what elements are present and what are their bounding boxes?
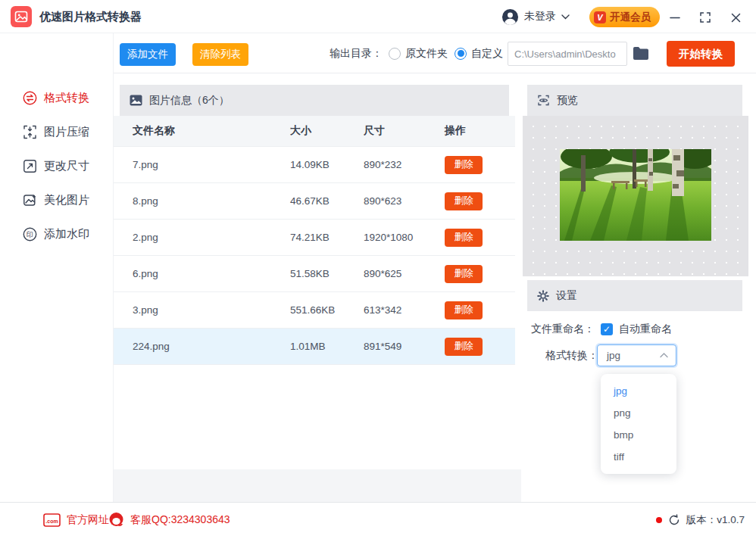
sidebar-item-resize[interactable]: 更改尺寸 [0,149,113,183]
file-table: 文件名称 大小 尺寸 操作 7.png 14.09KB 890*232 删除 8… [114,116,515,365]
dropdown-option-png[interactable]: png [601,402,676,424]
dropdown-option-jpg[interactable]: jpg [601,380,676,402]
col-action: 操作 [445,124,515,138]
file-size: 14.09KB [290,159,364,170]
status-dot [656,517,662,523]
dropdown-option-tiff[interactable]: tiff [601,446,676,468]
radio-custom-label: 自定义 [471,47,503,61]
titlebar: 优速图片格式转换器 未登录 V 开通会员 [0,0,756,33]
preview-title: 预览 [557,94,578,108]
customer-service-icon [108,512,124,528]
start-convert-button[interactable]: 开始转换 [667,41,735,67]
table-row[interactable]: 8.png 46.67KB 890*623 删除 [114,183,515,220]
file-info-title: 图片信息（6个） [149,94,230,108]
table-row-selected[interactable]: 224.png 1.01MB 891*549 删除 [114,329,515,365]
file-name: 7.png [133,159,290,170]
sidebar-item-compress[interactable]: 图片压缩 [0,115,113,149]
vip-button-label: 开通会员 [610,11,651,24]
file-dims: 890*623 [364,195,445,207]
settings-title: 设置 [556,289,577,303]
delete-button[interactable]: 删除 [445,156,483,174]
sidebar-item-watermark[interactable]: 印 添加水印 [0,217,113,251]
sidebar-item-label: 添加水印 [44,227,89,242]
watermark-icon: 印 [23,227,37,242]
preview-header: 预览 [527,85,742,116]
radio-original-folder[interactable]: 原文件夹 [389,33,448,73]
col-size: 大小 [290,124,364,138]
add-files-button[interactable]: 添加文件 [120,43,176,66]
file-dims: 890*625 [364,268,445,279]
preview-image [560,149,711,241]
sidebar-item-label: 格式转换 [44,91,89,105]
delete-button[interactable]: 删除 [445,301,483,319]
app-window: 优速图片格式转换器 未登录 V 开通会员 [0,0,756,536]
radio-custom-circle[interactable] [455,48,467,60]
radio-original-circle[interactable] [389,48,401,60]
sidebar-item-format-convert[interactable]: 格式转换 [0,81,113,115]
image-info-icon [130,95,142,106]
file-dims: 890*232 [364,159,445,170]
svg-text:印: 印 [27,231,33,238]
version-area: 版本：v1.0.7 [656,503,745,536]
radio-custom-folder[interactable]: 自定义 [455,33,503,73]
rename-label: 文件重命名： [531,323,595,336]
table-row[interactable]: 6.png 51.58KB 890*625 删除 [114,256,515,292]
browse-folder-button[interactable] [632,45,651,63]
sidebar-item-label: 美化图片 [44,193,89,207]
maximize-button[interactable] [697,9,714,26]
chevron-down-icon [561,14,570,20]
table-row[interactable]: 7.png 14.09KB 890*232 删除 [114,147,515,183]
table-row[interactable]: 3.png 551.66KB 613*342 删除 [114,292,515,329]
sidebar-item-label: 图片压缩 [44,125,89,139]
output-path-input[interactable] [508,42,627,66]
rename-setting-row: 文件重命名： ✓ 自动重命名 [531,322,672,337]
file-size: 551.66KB [290,304,364,316]
customer-service-label: 客服QQ:3234303643 [130,513,230,527]
login-area[interactable]: 未登录 [501,0,570,33]
delete-button[interactable]: 删除 [445,265,483,283]
format-dropdown-menu: jpg png bmp tiff [601,374,676,474]
vip-badge-icon: V [594,11,606,23]
delete-button[interactable]: 删除 [445,229,483,247]
version-label: 版本：v1.0.7 [686,513,745,527]
website-com-icon: .com [43,513,61,527]
beautify-icon [23,193,37,207]
table-row[interactable]: 2.png 74.21KB 1920*1080 删除 [114,220,515,256]
sidebar-item-label: 更改尺寸 [44,159,89,173]
close-button[interactable] [727,9,744,26]
file-size: 1.01MB [290,341,364,352]
official-website-link[interactable]: .com 官方网址 [43,503,109,536]
dropdown-option-bmp[interactable]: bmp [601,424,676,446]
refresh-icon[interactable] [668,514,680,526]
customer-service-link[interactable]: 客服QQ:3234303643 [108,503,230,536]
col-filename: 文件名称 [133,124,290,138]
file-dims: 891*549 [364,341,445,352]
file-size: 74.21KB [290,232,364,243]
file-name: 6.png [133,268,290,279]
file-name: 2.png [133,232,290,243]
delete-button[interactable]: 删除 [445,338,483,356]
output-dir-label: 输出目录： [330,33,383,73]
file-info-header: 图片信息（6个） [120,85,509,116]
clear-list-button[interactable]: 清除列表 [192,43,248,66]
login-status-label: 未登录 [524,10,556,23]
radio-original-label: 原文件夹 [405,47,448,61]
delete-button[interactable]: 删除 [445,192,483,210]
format-select[interactable]: jpg [597,344,676,366]
preview-eye-icon [537,95,550,106]
user-avatar-icon [501,8,519,26]
gear-icon [537,290,549,302]
file-size: 46.67KB [290,195,364,207]
minimize-button[interactable] [667,9,683,26]
auto-rename-checkbox[interactable]: ✓ [601,323,613,335]
file-name: 3.png [133,304,290,316]
sidebar-item-beautify[interactable]: 美化图片 [0,183,113,217]
format-setting-row: 格式转换： [545,349,598,363]
file-name: 224.png [133,341,290,352]
app-logo-icon [11,6,32,27]
website-label: 官方网址 [67,513,109,527]
table-footer-area [114,469,521,502]
col-dims: 尺寸 [364,124,445,138]
open-vip-button[interactable]: V 开通会员 [589,7,660,27]
app-title: 优速图片格式转换器 [39,0,142,33]
